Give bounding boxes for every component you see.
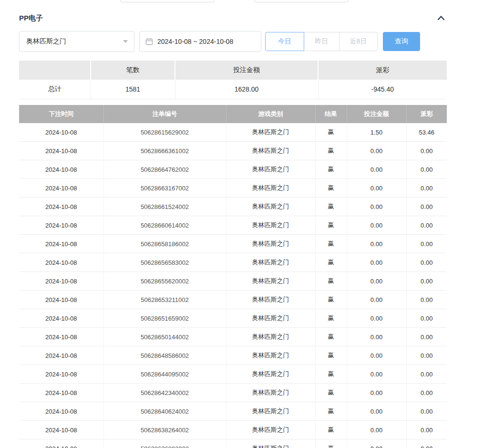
table-cell: 0.00 xyxy=(347,346,406,365)
table-row: 2024-10-0850628653211002奥林匹斯之门赢0.000.00 xyxy=(19,291,447,309)
table-cell: 50628666361002 xyxy=(103,142,226,160)
table-cell: 0.00 xyxy=(347,328,406,346)
table-cell: 50628636803002 xyxy=(103,439,226,448)
table-cell: 2024-10-08 xyxy=(19,328,103,346)
table-cell: 2024-10-08 xyxy=(19,179,103,198)
table-cell: 2024-10-08 xyxy=(19,384,103,402)
table-cell: 0.00 xyxy=(406,328,447,346)
table-cell: 奥林匹斯之门 xyxy=(226,328,315,346)
table-cell: 50628640624002 xyxy=(103,402,226,421)
table-cell: 2024-10-08 xyxy=(19,160,103,179)
table-cell: 0.00 xyxy=(406,439,447,448)
table-cell: 0.00 xyxy=(347,439,406,448)
summary-table: 笔数 投注金额 派彩 总计 1581 1628.00 -945.40 xyxy=(19,61,447,99)
table-cell: 奥林匹斯之门 xyxy=(226,142,315,160)
table-cell: 奥林匹斯之门 xyxy=(226,309,315,328)
table-cell: 50628651659002 xyxy=(103,309,226,328)
table-cell: 2024-10-08 xyxy=(19,216,103,235)
table-cell: 0.00 xyxy=(406,235,447,253)
table-row: 2024-10-0850628642340002奥林匹斯之门赢0.000.00 xyxy=(19,384,447,402)
table-cell: 1.50 xyxy=(347,123,406,142)
table-cell: 50628655620002 xyxy=(103,272,226,291)
table-cell: 0.00 xyxy=(406,402,447,421)
detail-table-body: 2024-10-0850628615629002奥林匹斯之门赢1.5053.46… xyxy=(19,123,447,448)
table-cell: 2024-10-08 xyxy=(19,235,103,253)
table-cell: 50628653211002 xyxy=(103,291,226,309)
table-cell: 50628650144002 xyxy=(103,328,226,346)
last-8-days-button[interactable]: 近8日 xyxy=(339,32,378,51)
table-row: 2024-10-0850628666361002奥林匹斯之门赢0.000.00 xyxy=(19,142,447,160)
yesterday-button[interactable]: 昨日 xyxy=(304,32,339,51)
table-cell: 50628644095002 xyxy=(103,365,226,384)
table-row: 2024-10-0850628638264002奥林匹斯之门赢0.000.00 xyxy=(19,421,447,439)
table-cell: 50628663167002 xyxy=(103,179,226,198)
table-cell: 2024-10-08 xyxy=(19,346,103,365)
collapse-button[interactable] xyxy=(435,12,447,24)
filter-row: 奥林匹斯之门 2024-10-08 ~ 2024-10-08 今日 昨日 近8日… xyxy=(19,31,447,52)
table-cell: 0.00 xyxy=(406,365,447,384)
cutoff-input-left[interactable] xyxy=(120,0,215,2)
table-cell: 50628642340002 xyxy=(103,384,226,402)
summary-col-count: 笔数 xyxy=(91,61,175,80)
date-range-input[interactable]: 2024-10-08 ~ 2024-10-08 xyxy=(139,31,261,52)
table-cell: 0.00 xyxy=(406,346,447,365)
table-cell: 赢 xyxy=(315,253,347,272)
table-row: 2024-10-0850628648586002奥林匹斯之门赢0.000.00 xyxy=(19,346,447,365)
table-cell: 50628615629002 xyxy=(103,123,226,142)
date-range-value: 2024-10-08 ~ 2024-10-08 xyxy=(157,38,233,45)
game-select-value: 奥林匹斯之门 xyxy=(26,37,66,46)
table-cell: 50628660614002 xyxy=(103,216,226,235)
table-cell: 0.00 xyxy=(406,309,447,328)
table-cell: 奥林匹斯之门 xyxy=(226,179,315,198)
table-cell: 奥林匹斯之门 xyxy=(226,365,315,384)
table-cell: 2024-10-08 xyxy=(19,402,103,421)
game-select[interactable]: 奥林匹斯之门 xyxy=(19,31,134,52)
table-cell: 0.00 xyxy=(406,198,447,216)
table-cell: 赢 xyxy=(315,421,347,439)
table-row: 2024-10-0850628655620002奥林匹斯之门赢0.000.00 xyxy=(19,272,447,291)
summary-col-blank xyxy=(19,61,91,80)
table-cell: 奥林匹斯之门 xyxy=(226,291,315,309)
today-button[interactable]: 今日 xyxy=(265,32,304,51)
table-cell: 0.00 xyxy=(347,309,406,328)
summary-header-row: 笔数 投注金额 派彩 xyxy=(19,61,447,80)
table-row: 2024-10-0850628640624002奥林匹斯之门赢0.000.00 xyxy=(19,402,447,421)
table-row: 2024-10-0850628661524002奥林匹斯之门赢0.000.00 xyxy=(19,198,447,216)
table-cell: 50628638264002 xyxy=(103,421,226,439)
summary-total-row: 总计 1581 1628.00 -945.40 xyxy=(19,80,447,99)
table-cell: 50628661524002 xyxy=(103,198,226,216)
table-cell: 0.00 xyxy=(347,160,406,179)
table-row: 2024-10-0850628656583002奥林匹斯之门赢0.000.00 xyxy=(19,253,447,272)
table-cell: 50628656583002 xyxy=(103,253,226,272)
summary-total-label: 总计 xyxy=(19,80,91,99)
calendar-icon xyxy=(145,38,153,45)
table-row: 2024-10-0850628658186002奥林匹斯之门赢0.000.00 xyxy=(19,235,447,253)
table-cell: 50628658186002 xyxy=(103,235,226,253)
table-cell: 赢 xyxy=(315,291,347,309)
table-cell: 0.00 xyxy=(347,365,406,384)
table-cell: 2024-10-08 xyxy=(19,365,103,384)
search-button[interactable]: 查询 xyxy=(383,32,420,51)
cutoff-input-right[interactable] xyxy=(254,0,349,2)
table-cell: 0.00 xyxy=(406,253,447,272)
summary-total-count: 1581 xyxy=(91,80,175,99)
table-cell: 2024-10-08 xyxy=(19,309,103,328)
table-cell: 赢 xyxy=(315,439,347,448)
table-cell: 奥林匹斯之门 xyxy=(226,216,315,235)
table-cell: 赢 xyxy=(315,160,347,179)
table-cell: 2024-10-08 xyxy=(19,439,103,448)
table-cell: 赢 xyxy=(315,235,347,253)
detail-table: 下注时间 注单编号 游戏类别 结果 投注金额 派彩 2024-10-085062… xyxy=(19,105,447,448)
table-cell: 赢 xyxy=(315,402,347,421)
table-cell: 赢 xyxy=(315,123,347,142)
table-cell: 奥林匹斯之门 xyxy=(226,160,315,179)
detail-col-bet-amount: 投注金额 xyxy=(347,105,406,123)
section-header: PP电子 xyxy=(19,12,447,24)
table-cell: 0.00 xyxy=(347,179,406,198)
table-cell: 赢 xyxy=(315,365,347,384)
table-cell: 赢 xyxy=(315,309,347,328)
table-cell: 赢 xyxy=(315,346,347,365)
table-cell: 奥林匹斯之门 xyxy=(226,384,315,402)
table-cell: 0.00 xyxy=(347,421,406,439)
table-cell: 奥林匹斯之门 xyxy=(226,253,315,272)
